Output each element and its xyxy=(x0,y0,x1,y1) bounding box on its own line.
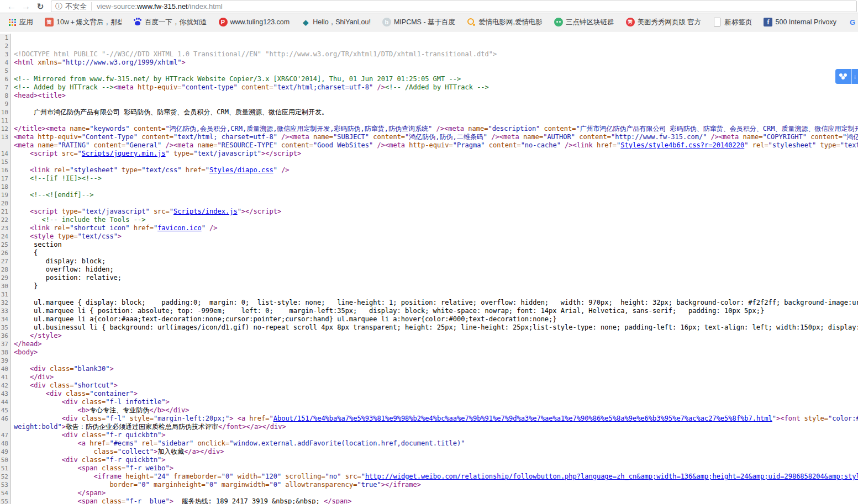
forward-button[interactable]: → xyxy=(19,1,33,12)
b-gray-icon: b xyxy=(382,18,391,26)
bookmark-item[interactable]: 新标签页 xyxy=(709,18,755,27)
reload-button[interactable]: ↻ xyxy=(33,1,48,12)
code-value: "Content-Type" xyxy=(82,133,138,141)
back-button[interactable]: ← xyxy=(4,1,19,12)
bookmark-item[interactable]: G新标签页 xyxy=(845,18,858,27)
code-tag: <meta xyxy=(14,141,38,149)
code-value: "stylesheet" xyxy=(768,141,817,149)
code-value: " xyxy=(269,415,273,422)
bookmark-item[interactable]: 应用 xyxy=(4,18,36,27)
code-text xyxy=(238,83,241,91)
code-text xyxy=(14,473,94,480)
code-text xyxy=(14,216,42,224)
source-code-text: <!DOCTYPE html PUBLIC "-//W3C//DTD XHTML… xyxy=(11,50,858,59)
code-attr: content= xyxy=(281,141,313,149)
source-line: 34 ul.marquee li a{color:#aaa;text-decor… xyxy=(0,315,858,323)
bookmark-item[interactable]: ◆Hello，ShiYanLou! xyxy=(298,18,374,27)
code-text xyxy=(14,174,30,182)
code-attr: class= xyxy=(50,381,73,389)
source-link[interactable]: http://widget.weibo.com/relationship/fol… xyxy=(365,473,858,480)
download-arrow-icon[interactable]: ↓ xyxy=(851,69,858,84)
address-bar[interactable]: ⓘ 不安全 view-source:www.fw-315.net/index.h… xyxy=(51,1,857,12)
code-tag: > xyxy=(62,423,66,431)
code-text xyxy=(14,232,30,240)
source-link[interactable]: Styles/style4b6f.css?r=20140220 xyxy=(620,141,744,149)
source-link[interactable]: Scripts/jquery.min.js xyxy=(82,150,166,157)
bookmark-item[interactable]: 爱情电影网,爱情电影 xyxy=(464,18,546,27)
bookmark-item[interactable]: 三点钟区块链群 xyxy=(551,18,618,27)
bookmark-item[interactable]: f500 Internal Privoxy xyxy=(760,18,839,26)
code-value: "SUBJECT" xyxy=(333,133,369,141)
source-line: 43 <div class="container"> xyxy=(0,390,858,398)
code-value: " xyxy=(772,415,776,422)
bookmark-item[interactable]: 秀美图秀秀网页版 官方 xyxy=(623,18,705,27)
netdisk-widget[interactable]: ↓ xyxy=(835,69,858,84)
code-attr: content= xyxy=(373,133,405,141)
line-number: 6 xyxy=(0,75,11,83)
url-host: www.fw-315.net xyxy=(137,2,188,10)
source-link[interactable]: favicon.ico xyxy=(157,224,201,232)
source-line: 54 </span> xyxy=(0,489,858,497)
source-line: 20 xyxy=(0,199,858,208)
code-value: "container" xyxy=(90,390,133,397)
code-text: 加入收藏 xyxy=(157,448,184,455)
source-code-text: </style> xyxy=(11,332,858,340)
code-attr: http-equiv= xyxy=(38,133,81,141)
code-value: "#ecms" xyxy=(109,439,138,447)
code-tag: <b> xyxy=(78,406,90,414)
line-number xyxy=(0,423,11,431)
code-value: "text/javascript" xyxy=(193,150,261,157)
code-tag: </a></div> xyxy=(184,448,224,455)
source-line: 7<!-- Added by HTTrack --><meta http-equ… xyxy=(0,83,858,92)
bookmark-item[interactable]: 简10w＋爆文背后，那些 xyxy=(41,18,125,27)
code-attr: type= xyxy=(122,166,141,174)
code-value: "RESOURCE-TYPE" xyxy=(218,141,277,149)
source-code-text: <span class="f-r weibo"> xyxy=(11,464,858,473)
code-value: "Good WebSites" xyxy=(313,141,373,149)
bookmark-item[interactable]: 百度一下，你就知道 xyxy=(130,18,210,27)
code-tag: /> xyxy=(277,166,289,174)
code-attr: content= xyxy=(810,133,843,141)
code-value: "margin-left:20px;" xyxy=(154,415,229,422)
code-value: "24" xyxy=(154,473,170,480)
info-icon[interactable]: ⓘ xyxy=(55,2,62,12)
code-attr: class= xyxy=(82,456,106,464)
code-tag: > xyxy=(109,365,113,373)
source-code-text: <!-- Added by HTTrack --><meta http-equi… xyxy=(11,83,858,92)
code-tag: > xyxy=(114,381,118,389)
code-text: display: block; xyxy=(14,257,106,265)
code-tag: > xyxy=(170,497,173,504)
line-number: 12 xyxy=(0,125,11,133)
bookmark-label: 美图秀秀网页版 官方 xyxy=(638,18,702,27)
source-code-text xyxy=(11,357,858,365)
bookmark-item[interactable]: bMIPCMS - 基于百度 xyxy=(379,18,459,27)
code-text xyxy=(130,125,134,132)
source-code-text: ul.businessul li { background: url(image… xyxy=(11,323,858,332)
code-value: "f-r quickbtn" xyxy=(106,456,161,464)
code-tag: <script xyxy=(30,150,62,157)
source-link[interactable]: About/151/%e4%ba%a7%e5%93%81%e9%98%b2%e4… xyxy=(273,415,772,422)
code-text xyxy=(14,150,30,157)
line-number: 25 xyxy=(0,241,11,249)
source-code-text: ul.marquee li a{color:#aaa;text-decorati… xyxy=(11,315,858,323)
source-code-text: <link rel="stylesheet" type="text/css" h… xyxy=(11,166,858,174)
code-tag: </font></a></div> xyxy=(218,423,286,431)
bookmark-item[interactable]: Pwww.tuling123.com xyxy=(215,18,293,26)
code-value: "shortcut icon" xyxy=(70,224,129,232)
code-text xyxy=(170,473,173,480)
source-code-text: class="collect">加入收藏</a></div> xyxy=(11,448,858,456)
source-link[interactable]: Scripts/index.js xyxy=(173,208,238,215)
code-value: " xyxy=(238,208,241,215)
bookmark-label: 百度一下，你就知道 xyxy=(145,18,207,27)
line-number: 3 xyxy=(0,50,11,59)
source-code-text: <a href="#ecms" rel="sidebar" onclick="w… xyxy=(11,439,858,448)
xiu-icon: 秀 xyxy=(626,18,635,26)
source-code-text xyxy=(11,290,858,299)
code-text: ul.marquee li { position: absolute; top:… xyxy=(14,307,764,315)
code-text xyxy=(170,150,173,157)
baidu-cloud-icon[interactable] xyxy=(835,69,851,84)
source-link[interactable]: Styles/diapo.css xyxy=(209,166,273,174)
line-number: 39 xyxy=(0,357,11,365)
line-number: 54 xyxy=(0,489,11,497)
bookmark-label: 新标签页 xyxy=(724,18,752,27)
